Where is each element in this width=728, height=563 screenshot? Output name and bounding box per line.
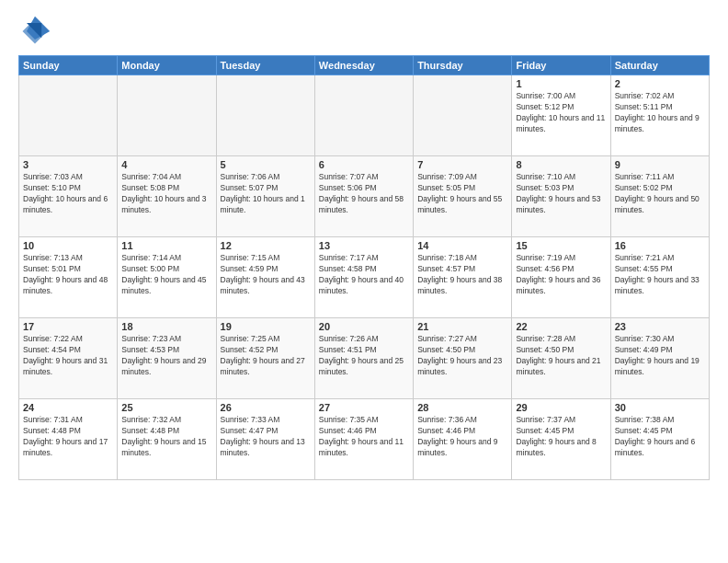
day-number: 12 xyxy=(221,240,311,251)
day-cell: 25Sunrise: 7:32 AM Sunset: 4:48 PM Dayli… xyxy=(118,399,216,480)
day-info: Sunrise: 7:06 AM Sunset: 5:07 PM Dayligh… xyxy=(221,172,311,216)
day-cell: 14Sunrise: 7:18 AM Sunset: 4:57 PM Dayli… xyxy=(414,237,512,318)
day-number: 10 xyxy=(23,240,113,251)
day-info: Sunrise: 7:10 AM Sunset: 5:03 PM Dayligh… xyxy=(516,172,606,216)
weekday-monday: Monday xyxy=(118,56,216,75)
day-cell xyxy=(118,75,216,156)
day-cell: 29Sunrise: 7:37 AM Sunset: 4:45 PM Dayli… xyxy=(512,399,610,480)
day-number: 3 xyxy=(23,159,113,170)
day-number: 13 xyxy=(319,240,409,251)
day-number: 24 xyxy=(23,402,113,413)
day-cell: 9Sunrise: 7:11 AM Sunset: 5:02 PM Daylig… xyxy=(610,156,709,237)
day-info: Sunrise: 7:28 AM Sunset: 4:50 PM Dayligh… xyxy=(516,334,606,378)
calendar: SundayMondayTuesdayWednesdayThursdayFrid… xyxy=(18,55,710,480)
day-info: Sunrise: 7:02 AM Sunset: 5:11 PM Dayligh… xyxy=(615,91,705,135)
day-info: Sunrise: 7:32 AM Sunset: 4:48 PM Dayligh… xyxy=(121,415,211,459)
day-info: Sunrise: 7:30 AM Sunset: 4:49 PM Dayligh… xyxy=(615,334,705,378)
day-info: Sunrise: 7:11 AM Sunset: 5:02 PM Dayligh… xyxy=(615,172,705,216)
day-cell: 24Sunrise: 7:31 AM Sunset: 4:48 PM Dayli… xyxy=(19,399,118,480)
day-number: 25 xyxy=(121,402,211,413)
day-number: 28 xyxy=(417,402,507,413)
day-cell: 16Sunrise: 7:21 AM Sunset: 4:55 PM Dayli… xyxy=(610,237,709,318)
day-info: Sunrise: 7:00 AM Sunset: 5:12 PM Dayligh… xyxy=(516,91,606,135)
day-cell: 5Sunrise: 7:06 AM Sunset: 5:07 PM Daylig… xyxy=(216,156,314,237)
day-info: Sunrise: 7:27 AM Sunset: 4:50 PM Dayligh… xyxy=(417,334,507,378)
day-cell: 1Sunrise: 7:00 AM Sunset: 5:12 PM Daylig… xyxy=(512,75,610,156)
day-cell xyxy=(216,75,314,156)
day-number: 14 xyxy=(417,240,507,251)
day-number: 22 xyxy=(516,321,606,332)
day-cell: 10Sunrise: 7:13 AM Sunset: 5:01 PM Dayli… xyxy=(19,237,118,318)
day-number: 18 xyxy=(121,321,211,332)
day-number: 5 xyxy=(221,159,311,170)
day-info: Sunrise: 7:14 AM Sunset: 5:00 PM Dayligh… xyxy=(121,253,211,297)
day-number: 2 xyxy=(615,78,705,89)
day-info: Sunrise: 7:21 AM Sunset: 4:55 PM Dayligh… xyxy=(615,253,705,297)
day-number: 19 xyxy=(221,321,311,332)
day-number: 17 xyxy=(23,321,113,332)
weekday-tuesday: Tuesday xyxy=(216,56,314,75)
day-cell: 28Sunrise: 7:36 AM Sunset: 4:46 PM Dayli… xyxy=(414,399,512,480)
day-cell: 6Sunrise: 7:07 AM Sunset: 5:06 PM Daylig… xyxy=(314,156,413,237)
day-info: Sunrise: 7:07 AM Sunset: 5:06 PM Dayligh… xyxy=(319,172,409,216)
header xyxy=(18,15,710,48)
day-cell: 8Sunrise: 7:10 AM Sunset: 5:03 PM Daylig… xyxy=(512,156,610,237)
week-row-1: 1Sunrise: 7:00 AM Sunset: 5:12 PM Daylig… xyxy=(19,75,710,156)
day-cell: 17Sunrise: 7:22 AM Sunset: 4:54 PM Dayli… xyxy=(19,318,118,399)
day-number: 1 xyxy=(516,78,606,89)
weekday-saturday: Saturday xyxy=(610,56,709,75)
day-number: 9 xyxy=(615,159,705,170)
day-info: Sunrise: 7:15 AM Sunset: 4:59 PM Dayligh… xyxy=(221,253,311,297)
day-cell xyxy=(414,75,512,156)
day-number: 6 xyxy=(319,159,409,170)
day-info: Sunrise: 7:22 AM Sunset: 4:54 PM Dayligh… xyxy=(23,334,113,378)
day-cell xyxy=(19,75,118,156)
page: SundayMondayTuesdayWednesdayThursdayFrid… xyxy=(0,0,728,563)
day-number: 15 xyxy=(516,240,606,251)
day-cell: 23Sunrise: 7:30 AM Sunset: 4:49 PM Dayli… xyxy=(610,318,709,399)
day-number: 4 xyxy=(121,159,211,170)
day-info: Sunrise: 7:03 AM Sunset: 5:10 PM Dayligh… xyxy=(23,172,113,216)
day-cell: 27Sunrise: 7:35 AM Sunset: 4:46 PM Dayli… xyxy=(314,399,413,480)
day-number: 7 xyxy=(417,159,507,170)
weekday-sunday: Sunday xyxy=(19,56,118,75)
day-cell: 18Sunrise: 7:23 AM Sunset: 4:53 PM Dayli… xyxy=(118,318,216,399)
day-number: 11 xyxy=(121,240,211,251)
week-row-3: 10Sunrise: 7:13 AM Sunset: 5:01 PM Dayli… xyxy=(19,237,710,318)
day-info: Sunrise: 7:17 AM Sunset: 4:58 PM Dayligh… xyxy=(319,253,409,297)
weekday-wednesday: Wednesday xyxy=(314,56,413,75)
week-row-5: 24Sunrise: 7:31 AM Sunset: 4:48 PM Dayli… xyxy=(19,399,710,480)
day-info: Sunrise: 7:33 AM Sunset: 4:47 PM Dayligh… xyxy=(221,415,311,459)
day-info: Sunrise: 7:38 AM Sunset: 4:45 PM Dayligh… xyxy=(615,415,705,459)
day-info: Sunrise: 7:09 AM Sunset: 5:05 PM Dayligh… xyxy=(417,172,507,216)
weekday-friday: Friday xyxy=(512,56,610,75)
weekday-header-row: SundayMondayTuesdayWednesdayThursdayFrid… xyxy=(19,56,710,75)
day-cell: 15Sunrise: 7:19 AM Sunset: 4:56 PM Dayli… xyxy=(512,237,610,318)
day-info: Sunrise: 7:04 AM Sunset: 5:08 PM Dayligh… xyxy=(121,172,211,216)
day-cell: 3Sunrise: 7:03 AM Sunset: 5:10 PM Daylig… xyxy=(19,156,118,237)
week-row-2: 3Sunrise: 7:03 AM Sunset: 5:10 PM Daylig… xyxy=(19,156,710,237)
logo xyxy=(18,15,55,48)
day-cell: 12Sunrise: 7:15 AM Sunset: 4:59 PM Dayli… xyxy=(216,237,314,318)
day-cell xyxy=(314,75,413,156)
day-cell: 20Sunrise: 7:26 AM Sunset: 4:51 PM Dayli… xyxy=(314,318,413,399)
weekday-thursday: Thursday xyxy=(414,56,512,75)
day-info: Sunrise: 7:37 AM Sunset: 4:45 PM Dayligh… xyxy=(516,415,606,459)
day-info: Sunrise: 7:18 AM Sunset: 4:57 PM Dayligh… xyxy=(417,253,507,297)
week-row-4: 17Sunrise: 7:22 AM Sunset: 4:54 PM Dayli… xyxy=(19,318,710,399)
day-cell: 7Sunrise: 7:09 AM Sunset: 5:05 PM Daylig… xyxy=(414,156,512,237)
day-number: 26 xyxy=(221,402,311,413)
day-cell: 2Sunrise: 7:02 AM Sunset: 5:11 PM Daylig… xyxy=(610,75,709,156)
day-cell: 11Sunrise: 7:14 AM Sunset: 5:00 PM Dayli… xyxy=(118,237,216,318)
logo-icon xyxy=(18,15,51,48)
day-number: 21 xyxy=(417,321,507,332)
day-cell: 30Sunrise: 7:38 AM Sunset: 4:45 PM Dayli… xyxy=(610,399,709,480)
day-cell: 19Sunrise: 7:25 AM Sunset: 4:52 PM Dayli… xyxy=(216,318,314,399)
day-number: 8 xyxy=(516,159,606,170)
day-info: Sunrise: 7:36 AM Sunset: 4:46 PM Dayligh… xyxy=(417,415,507,459)
day-cell: 22Sunrise: 7:28 AM Sunset: 4:50 PM Dayli… xyxy=(512,318,610,399)
day-number: 20 xyxy=(319,321,409,332)
day-cell: 4Sunrise: 7:04 AM Sunset: 5:08 PM Daylig… xyxy=(118,156,216,237)
day-number: 27 xyxy=(319,402,409,413)
day-info: Sunrise: 7:13 AM Sunset: 5:01 PM Dayligh… xyxy=(23,253,113,297)
